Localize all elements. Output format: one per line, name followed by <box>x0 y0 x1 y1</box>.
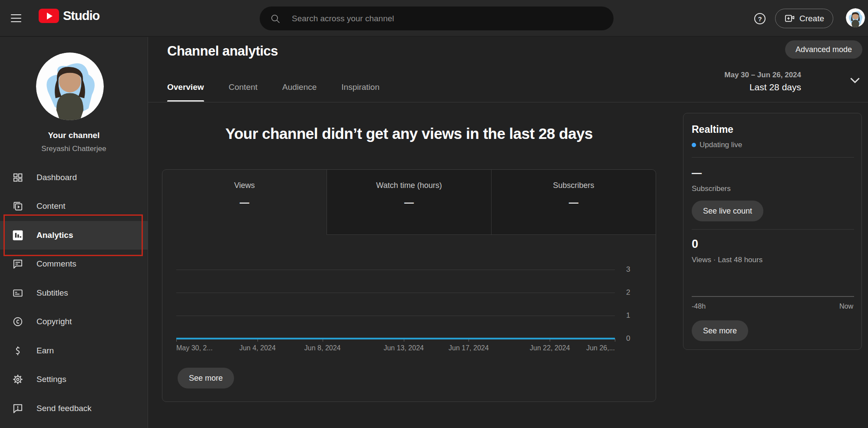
realtime-views-value: 0 <box>692 237 698 251</box>
svg-text:?: ? <box>758 15 762 23</box>
metric-tab-subscribers[interactable]: Subscribers — <box>491 170 656 235</box>
date-range-text: May 30 – Jun 26, 2024 <box>671 71 801 79</box>
see-live-count-label: See live count <box>703 207 752 216</box>
sidebar-item-label: Earn <box>36 346 54 356</box>
youtube-play-icon <box>39 9 59 23</box>
see-live-count-button[interactable]: See live count <box>692 201 763 221</box>
tab-content[interactable]: Content <box>229 82 258 102</box>
feedback-icon <box>12 403 23 414</box>
subtitles-icon <box>12 287 23 299</box>
see-more-label: See more <box>189 374 223 383</box>
create-button-label: Create <box>799 14 824 23</box>
tab-label: Content <box>229 82 258 92</box>
realtime-status: Updating live <box>692 141 742 149</box>
advanced-mode-button[interactable]: Advanced mode <box>785 40 862 59</box>
views-series-line <box>176 257 615 365</box>
help-icon[interactable]: ? <box>753 12 766 25</box>
chevron-down-icon[interactable] <box>849 77 861 84</box>
x-axis-tick <box>615 339 615 342</box>
create-video-icon <box>784 13 795 24</box>
sidebar-item-dashboard[interactable]: Dashboard <box>0 163 148 192</box>
sidebar-item-label: Copyright <box>36 317 72 326</box>
tab-inspiration[interactable]: Inspiration <box>341 82 380 102</box>
create-button[interactable]: Create <box>775 9 833 28</box>
dashboard-icon <box>12 172 23 183</box>
metric-value: — <box>162 197 327 208</box>
search-icon <box>270 13 281 24</box>
tab-overview[interactable]: Overview <box>167 82 204 102</box>
earn-icon <box>12 345 23 356</box>
tab-label: Overview <box>167 82 204 92</box>
realtime-status-text: Updating live <box>700 141 742 149</box>
date-preset-text: Last 28 days <box>671 82 801 92</box>
metric-label: Subscribers <box>492 181 656 190</box>
account-avatar[interactable] <box>846 8 865 27</box>
topbar: Studio ? Create <box>0 0 868 37</box>
active-tab-underline <box>167 100 204 102</box>
tabs-divider <box>148 102 868 102</box>
metric-label: Watch time (hours) <box>327 181 491 190</box>
realtime-sparkline-axis <box>692 296 854 297</box>
metric-tab-watch-time[interactable]: Watch time (hours) — <box>327 170 491 235</box>
page-title: Channel analytics <box>167 43 278 59</box>
y-axis-tick-label: 1 <box>626 311 630 320</box>
metric-tabs: Views — Watch time (hours) — Subscribers… <box>162 170 656 235</box>
sidebar-item-analytics[interactable]: Analytics <box>0 221 148 250</box>
y-axis-tick-label: 3 <box>626 265 630 274</box>
brand-name: Studio <box>63 9 99 23</box>
realtime-title: Realtime <box>692 124 733 135</box>
sidebar-item-copyright[interactable]: Copyright <box>0 307 148 336</box>
studio-logo[interactable]: Studio <box>39 9 99 23</box>
metric-label: Views <box>162 181 327 190</box>
sidebar-item-label: Subtitles <box>36 288 68 298</box>
realtime-views-label: Views · Last 48 hours <box>692 256 762 264</box>
realtime-see-more-button[interactable]: See more <box>692 320 748 341</box>
search-bar[interactable] <box>260 7 614 30</box>
channel-name: Sreyashi Chatterjee <box>0 145 148 153</box>
realtime-card: Realtime Updating live — Subscribers See… <box>683 113 862 350</box>
sidebar-item-send-feedback[interactable]: Send feedback <box>0 394 148 423</box>
sidebar-item-label: Content <box>36 201 66 211</box>
analytics-icon <box>12 230 23 241</box>
sidebar-item-label: Analytics <box>36 230 73 240</box>
sidebar-item-earn[interactable]: Earn <box>0 336 148 365</box>
date-range-selector[interactable]: May 30 – Jun 26, 2024 Last 28 days <box>671 71 801 92</box>
sidebar-item-label: Dashboard <box>36 173 77 182</box>
sidebar-item-comments[interactable]: Comments <box>0 250 148 278</box>
sidebar-item-label: Comments <box>36 259 76 269</box>
copyright-icon <box>12 316 23 327</box>
sidebar-item-content[interactable]: Content <box>0 192 148 221</box>
see-more-label: See more <box>703 326 737 336</box>
channel-title: Your channel <box>0 131 148 140</box>
tab-audience[interactable]: Audience <box>282 82 317 102</box>
no-views-headline: Your channel didn’t get any views in the… <box>162 125 656 142</box>
views-chart-plot: 0123May 30, 2...Jun 4, 2024Jun 8, 2024Ju… <box>176 257 615 365</box>
sparkline-start-label: -48h <box>692 303 706 310</box>
realtime-divider <box>692 229 854 230</box>
tab-label: Inspiration <box>341 82 380 92</box>
sidebar-item-label: Send feedback <box>36 404 92 413</box>
analytics-tabs: Overview Content Audience Inspiration <box>167 82 404 102</box>
main-content: Channel analytics Advanced mode Overview… <box>148 37 868 428</box>
search-input[interactable] <box>292 14 603 23</box>
sidebar-item-label: Settings <box>36 375 66 384</box>
metric-tab-views[interactable]: Views — <box>162 170 327 235</box>
youtube-studio-app: Studio ? Create <box>0 0 868 428</box>
settings-gear-icon <box>12 374 23 385</box>
comments-icon <box>12 258 23 270</box>
hamburger-menu-icon[interactable] <box>10 13 22 23</box>
analytics-overview-card: Views — Watch time (hours) — Subscribers… <box>162 169 656 402</box>
metric-value: — <box>492 197 656 208</box>
metric-value: — <box>327 197 491 208</box>
sidebar-item-subtitles[interactable]: Subtitles <box>0 279 148 307</box>
content-icon <box>12 201 23 212</box>
sidebar-item-settings[interactable]: Settings <box>0 365 148 394</box>
live-dot-icon <box>692 143 696 147</box>
see-more-button[interactable]: See more <box>178 368 234 388</box>
tab-label: Audience <box>282 82 317 92</box>
y-axis-tick-label: 2 <box>626 288 630 297</box>
y-axis-tick-label: 0 <box>626 334 630 343</box>
sparkline-end-label: Now <box>839 303 853 310</box>
channel-avatar[interactable] <box>36 53 104 120</box>
realtime-subscribers-label: Subscribers <box>692 184 731 193</box>
